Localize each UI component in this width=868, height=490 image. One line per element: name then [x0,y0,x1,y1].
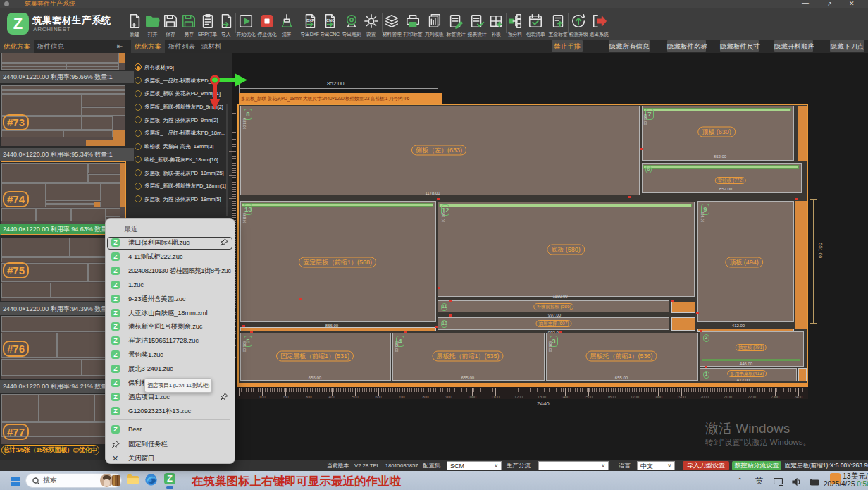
svg-text:CNC: CNC [326,18,335,23]
svg-text:DXF: DXF [306,18,314,23]
